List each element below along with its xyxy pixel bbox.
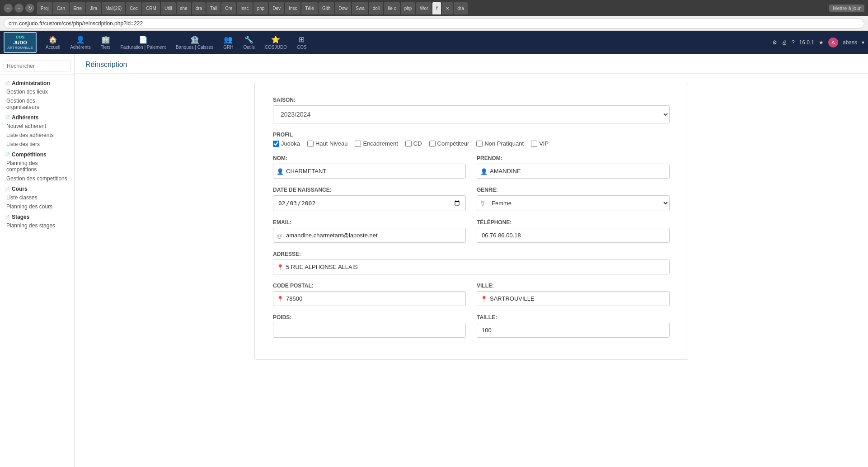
nom-input[interactable] (273, 164, 466, 179)
genre-field-group: GENRE: ⚧ Femme Homme (477, 187, 670, 211)
person-icon: 👤 (277, 168, 284, 175)
browser-tab[interactable]: Coc (126, 2, 141, 14)
saison-row: SAISON: 2023/2024 (273, 97, 670, 123)
profil-checkbox-haut-niveau[interactable] (307, 141, 314, 147)
browser-tab[interactable]: Insc (237, 2, 252, 14)
profil-checkbox-encadrement[interactable] (355, 141, 361, 147)
help-icon[interactable]: ? (792, 39, 795, 46)
profil-check-non-pratiquant[interactable]: Non Pratiquant (476, 140, 524, 147)
profil-checkbox-non-pratiquant[interactable] (476, 141, 483, 147)
adresse-row: ADRESSE: 📍 (273, 251, 670, 274)
email-input[interactable] (273, 228, 466, 243)
profil-check-judoka[interactable]: Judoka (273, 140, 300, 147)
sidebar: 📄 AdministrationGestion des lieuxGestion… (0, 54, 75, 467)
sidebar-item-liste-des-tiers[interactable]: Liste des tiers (0, 140, 74, 149)
user-name[interactable]: abass (843, 39, 857, 46)
profil-check-encadrement[interactable]: Encadrement (355, 140, 398, 147)
browser-tab[interactable]: Swa (352, 2, 368, 14)
nav-item-outils[interactable]: 🔧Outils (239, 33, 259, 52)
nom-label: NOM: (273, 155, 466, 161)
browser-tab[interactable]: php (401, 2, 416, 14)
taille-field-group: TAILLE: (477, 314, 670, 338)
sidebar-item-gestion-des-competitions[interactable]: Gestion des competitions (0, 174, 74, 183)
browser-tab[interactable]: Erre (70, 2, 85, 14)
nav-item-facturationpaiement[interactable]: 📄Facturation | Paiement (116, 33, 170, 52)
print-icon[interactable]: 🖨 (782, 39, 787, 46)
nom-input-wrap: 👤 (273, 164, 466, 179)
nav-item-banquescaisses[interactable]: 🏦Banques | Caisses (171, 33, 218, 52)
sidebar-item-nouvel-adherent[interactable]: Nouvel adherent (0, 122, 74, 131)
user-dropdown-icon[interactable]: ▾ (862, 39, 864, 46)
profil-check-haut-niveau[interactable]: Haut Niveau (307, 140, 348, 147)
profil-check-comp-titeur[interactable]: Compétiteur (429, 140, 469, 147)
browser-tab[interactable]: Insc (285, 2, 300, 14)
sidebar-search-input[interactable] (4, 61, 70, 71)
ville-input[interactable] (477, 291, 670, 306)
profil-checkbox-vip[interactable] (531, 141, 537, 147)
browser-tab[interactable]: she (177, 2, 191, 14)
location-icon: 📍 (277, 264, 284, 270)
nav-item-grh[interactable]: 👥GRH (219, 33, 238, 52)
sidebar-item-liste-des-adh-rents[interactable]: Liste des adhérents (0, 131, 74, 140)
browser-tab[interactable]: Gith (319, 2, 334, 14)
ville-location-icon: 📍 (480, 295, 488, 302)
prenom-input[interactable] (477, 164, 670, 179)
browser-tab[interactable]: php (253, 2, 268, 14)
sidebar-item-planning-des-stages[interactable]: Planning des stages (0, 221, 74, 230)
star-icon[interactable]: ★ (819, 39, 824, 46)
profil-row: PROFIL JudokaHaut NiveauEncadrementCDCom… (273, 132, 670, 147)
browser-tab[interactable]: Proj (37, 2, 52, 14)
nom-prenom-row: NOM: 👤 PRENOM: 👤 (273, 155, 670, 179)
person-icon-2: 👤 (480, 168, 488, 175)
nav-item-adhrents[interactable]: 👤Adhérents (66, 33, 95, 52)
address-input[interactable] (4, 19, 864, 28)
dob-input[interactable] (273, 195, 466, 211)
nav-item-cosjudo[interactable]: ⭐COSJUDO (260, 33, 291, 52)
browser-tab[interactable]: CRM (142, 2, 160, 14)
browser-tab[interactable]: Wor (416, 2, 432, 14)
browser-tab[interactable]: dra (454, 2, 467, 14)
browser-tab[interactable]: Tail (206, 2, 221, 14)
cp-input[interactable] (273, 291, 466, 306)
browser-tab[interactable]: Cah (53, 2, 69, 14)
browser-tab[interactable]: Dev (269, 2, 284, 14)
browser-tab[interactable]: doli (369, 2, 384, 14)
saison-select[interactable]: 2023/2024 (273, 105, 670, 123)
browser-tab[interactable]: ✕ (442, 2, 453, 14)
genre-select[interactable]: Femme Homme (477, 195, 670, 211)
sidebar-item-gestion-des-lieux[interactable]: Gestion des lieux (0, 87, 74, 96)
profil-checkbox-judoka[interactable] (273, 141, 279, 147)
nav-item-cos[interactable]: ⊞COS (292, 33, 311, 52)
back-button[interactable]: ← (4, 4, 13, 13)
sidebar-sections: 📄 AdministrationGestion des lieuxGestion… (0, 77, 74, 230)
browser-tab[interactable]: Cre (221, 2, 236, 14)
browser-nav-controls[interactable]: ← → ↻ (4, 4, 34, 13)
nav-item-tiers[interactable]: 🏢Tiers (96, 33, 115, 52)
sidebar-item-liste-classes[interactable]: Liste classes (0, 193, 74, 202)
profil-checkbox-cd[interactable] (405, 141, 412, 147)
browser-tab[interactable]: Mail(26) (102, 2, 125, 14)
reload-button[interactable]: ↻ (25, 4, 34, 13)
browser-tab[interactable]: dra (192, 2, 206, 14)
profil-checkbox-comp-titeur[interactable] (429, 141, 436, 147)
browser-tab[interactable]: Télé (301, 2, 317, 14)
taille-input[interactable] (477, 323, 670, 338)
browser-tab[interactable]: Jira (86, 2, 101, 14)
poids-input[interactable] (273, 323, 466, 338)
settings-icon[interactable]: ⚙ (772, 39, 777, 46)
adresse-input[interactable] (273, 259, 670, 274)
forward-button[interactable]: → (14, 4, 23, 13)
browser-tab[interactable]: Utili (161, 2, 176, 14)
profil-check-vip[interactable]: VIP (531, 140, 549, 147)
update-button[interactable]: Mettre à jour (829, 5, 864, 12)
sidebar-item-planning-des-competitions[interactable]: Planning des competitions (0, 159, 74, 174)
browser-tab[interactable]: Dow (335, 2, 351, 14)
browser-tab[interactable]: Ile c (384, 2, 399, 14)
user-avatar[interactable]: A (828, 38, 838, 47)
nav-item-accueil[interactable]: 🏠Accueil (41, 33, 65, 52)
telephone-input[interactable] (477, 228, 670, 243)
sidebar-item-planning-des-cours[interactable]: Planning des cours (0, 202, 74, 211)
browser-tab[interactable]: f (432, 2, 441, 14)
profil-check-cd[interactable]: CD (405, 140, 422, 147)
sidebar-item-gestion-des-organisateurs[interactable]: Gestion des organisateurs (0, 96, 74, 112)
